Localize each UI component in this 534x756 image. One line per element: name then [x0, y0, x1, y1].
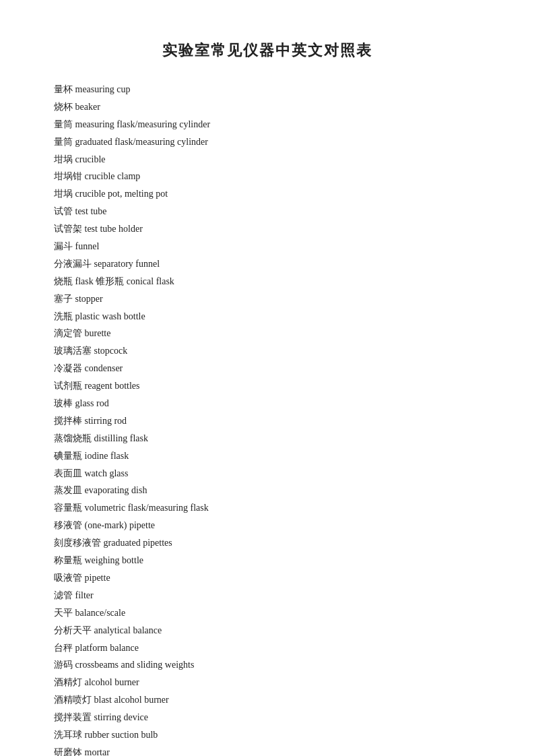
list-item: 冷凝器 condenser — [54, 360, 480, 377]
list-item: 滤管 filter — [54, 587, 480, 604]
list-item: 滴定管 burette — [54, 325, 480, 342]
list-item: 搅拌棒 stirring rod — [54, 412, 480, 430]
list-item: 碘量瓶 iodine flask — [54, 447, 480, 465]
list-item: 洗耳球 rubber suction bulb — [54, 726, 480, 744]
item-list: 量杯 measuring cup烧杯 beaker量筒 measuring fl… — [54, 81, 480, 756]
list-item: 蒸馏烧瓶 distilling flask — [54, 430, 480, 447]
list-item: 烧杯 beaker — [54, 98, 480, 116]
list-item: 蒸发皿 evaporating dish — [54, 482, 480, 499]
list-item: 容量瓶 volumetric flask/measuring flask — [54, 499, 480, 517]
list-item: 搅拌装置 stirring device — [54, 709, 480, 726]
list-item: 坩埚 crucible — [54, 151, 480, 168]
list-item: 表面皿 watch glass — [54, 465, 480, 482]
list-item: 分析天平 analytical balance — [54, 622, 480, 639]
list-item: 天平 balance/scale — [54, 604, 480, 622]
list-item: 称量瓶 weighing bottle — [54, 552, 480, 569]
list-item: 量筒 measuring flask/measuring cylinder — [54, 116, 480, 133]
list-item: 洗瓶 plastic wash bottle — [54, 308, 480, 325]
page-title: 实验室常见仪器中英文对照表 — [54, 40, 480, 61]
list-item: 研磨钵 mortar — [54, 744, 480, 756]
list-item: 游码 crossbeams and sliding weights — [54, 656, 480, 674]
list-item: 酒精灯 alcohol burner — [54, 674, 480, 691]
list-item: 移液管 (one-mark) pipette — [54, 517, 480, 534]
list-item: 塞子 stopper — [54, 290, 480, 308]
list-item: 玻璃活塞 stopcock — [54, 342, 480, 360]
list-item: 坩埚 crucible pot, melting pot — [54, 185, 480, 203]
list-item: 玻棒 glass rod — [54, 395, 480, 412]
list-item: 试剂瓶 reagent bottles — [54, 377, 480, 395]
list-item: 分液漏斗 separatory funnel — [54, 255, 480, 273]
list-item: 吸液管 pipette — [54, 569, 480, 587]
list-item: 试管 test tube — [54, 203, 480, 220]
list-item: 酒精喷灯 blast alcohol burner — [54, 691, 480, 709]
list-item: 坩埚钳 crucible clamp — [54, 168, 480, 185]
list-item: 漏斗 funnel — [54, 238, 480, 255]
list-item: 烧瓶 flask 锥形瓶 conical flask — [54, 273, 480, 290]
list-item: 量杯 measuring cup — [54, 81, 480, 98]
list-item: 试管架 test tube holder — [54, 220, 480, 238]
list-item: 刻度移液管 graduated pipettes — [54, 534, 480, 552]
list-item: 台秤 platform balance — [54, 639, 480, 657]
list-item: 量筒 graduated flask/measuring cylinder — [54, 133, 480, 151]
